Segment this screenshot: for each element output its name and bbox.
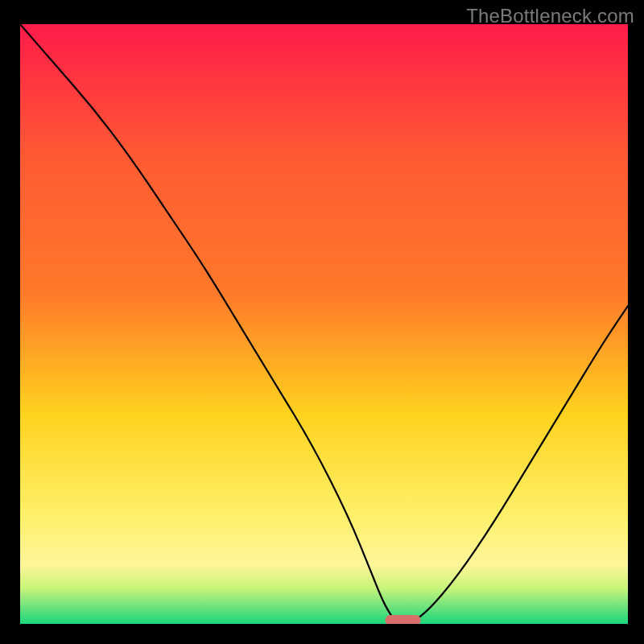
chart-frame: TheBottleneck.com [0,0,644,644]
plot-area [20,24,628,624]
optimal-marker [386,615,421,624]
chart-svg [20,24,628,624]
gradient-background [20,24,628,624]
watermark-text: TheBottleneck.com [466,5,634,27]
